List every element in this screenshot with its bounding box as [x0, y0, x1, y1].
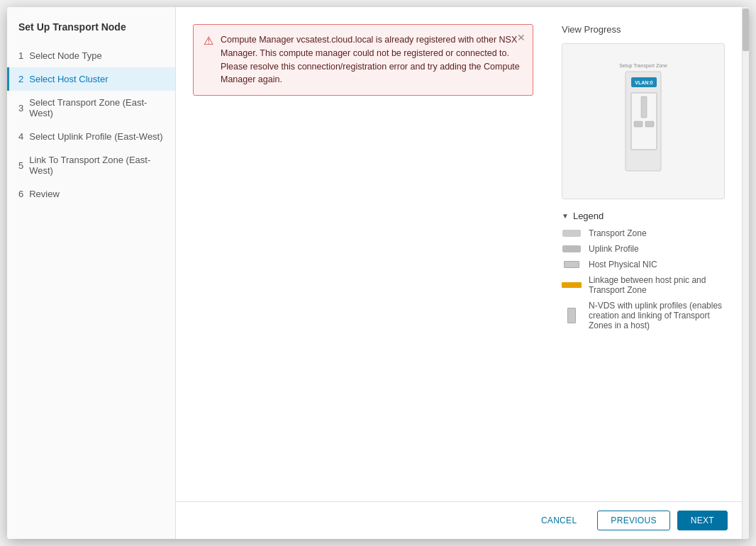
- step-number-4: 4: [18, 131, 23, 142]
- error-banner: ⚠ Compute Manager vcsatest.cloud.local i…: [193, 24, 533, 96]
- legend-item-linkage: Linkage between host pnic and Transport …: [562, 275, 725, 295]
- nvds-icon: [562, 308, 582, 323]
- modal: Set Up Transport Node 1 Select Node Type…: [7, 7, 749, 539]
- scrollbar[interactable]: [742, 7, 749, 539]
- step-list: 1 Select Node Type 2 Select Host Cluster…: [7, 44, 175, 206]
- legend-label-uplink-profile: Uplink Profile: [589, 244, 639, 254]
- main-content: ⚠ Compute Manager vcsatest.cloud.local i…: [176, 7, 742, 539]
- next-button[interactable]: NEXT: [677, 511, 728, 530]
- legend-label-linkage: Linkage between host pnic and Transport …: [589, 275, 725, 295]
- step-number-3: 3: [18, 103, 23, 113]
- step-label-3: Select Transport Zone (East-West): [29, 97, 164, 118]
- step-label-1: Select Node Type: [29, 50, 101, 61]
- step-number-6: 6: [18, 189, 23, 199]
- diagram-inner: Setup Transport Zone VLAN:0: [562, 44, 724, 199]
- step-label-4: Select Uplink Profile (East-West): [29, 131, 162, 142]
- progress-diagram: Setup Transport Zone VLAN:0: [562, 43, 725, 199]
- step-item-6[interactable]: 6 Review: [7, 182, 175, 206]
- step-label-6: Review: [29, 189, 60, 199]
- host-nic-icon: [562, 261, 582, 268]
- right-panel: View Progress Setup Transport Zone: [562, 24, 725, 484]
- step-label-2: Select Host Cluster: [29, 74, 108, 84]
- svg-rect-5: [634, 121, 643, 127]
- legend-label-host-nic: Host Physical NIC: [589, 260, 657, 269]
- transport-zone-icon: [562, 230, 582, 237]
- content-area: ⚠ Compute Manager vcsatest.cloud.local i…: [176, 7, 742, 501]
- svg-rect-7: [641, 96, 647, 118]
- legend-toggle[interactable]: ▼ Legend: [562, 211, 725, 221]
- step-item-2[interactable]: 2 Select Host Cluster: [7, 67, 175, 91]
- cancel-button[interactable]: CANCEL: [528, 511, 590, 530]
- step-item-1[interactable]: 1 Select Node Type: [7, 44, 175, 67]
- previous-button[interactable]: PREVIOUS: [597, 511, 669, 530]
- step-number-1: 1: [18, 50, 23, 61]
- legend-item-uplink-profile: Uplink Profile: [562, 244, 725, 254]
- chevron-down-icon: ▼: [562, 212, 569, 220]
- step-label-5: Link To Transport Zone (East-West): [29, 155, 164, 176]
- modal-footer: CANCEL PREVIOUS NEXT: [176, 501, 742, 539]
- legend-item-host-nic: Host Physical NIC: [562, 260, 725, 269]
- svg-text:VLAN:0: VLAN:0: [635, 80, 652, 85]
- legend-section: ▼ Legend Transport Zone: [562, 211, 725, 330]
- legend-label-transport-zone: Transport Zone: [589, 228, 647, 238]
- sidebar-title: Set Up Transport Node: [7, 21, 175, 44]
- legend-item-transport-zone: Transport Zone: [562, 228, 725, 238]
- view-progress-title: View Progress: [562, 24, 725, 35]
- step-number-2: 2: [18, 74, 23, 84]
- legend-item-nvds: N-VDS with uplink profiles (enables crea…: [562, 301, 725, 330]
- error-close-button[interactable]: ✕: [517, 32, 526, 43]
- legend-label-nvds: N-VDS with uplink profiles (enables crea…: [589, 301, 725, 330]
- left-panel: ⚠ Compute Manager vcsatest.cloud.local i…: [193, 24, 545, 484]
- step-item-4[interactable]: 4 Select Uplink Profile (East-West): [7, 125, 175, 148]
- step-number-5: 5: [18, 160, 23, 171]
- legend-title: Legend: [573, 211, 604, 221]
- scrollbar-thumb: [743, 9, 749, 51]
- sidebar: Set Up Transport Node 1 Select Node Type…: [7, 7, 176, 539]
- svg-text:Setup Transport Zone: Setup Transport Zone: [619, 63, 667, 69]
- error-icon: ⚠: [204, 34, 213, 48]
- step-item-3[interactable]: 3 Select Transport Zone (East-West): [7, 91, 175, 125]
- legend-list: Transport Zone Uplink Profile: [562, 228, 725, 330]
- error-message: Compute Manager vcsatest.cloud.local is …: [221, 33, 523, 87]
- svg-rect-6: [645, 121, 654, 127]
- uplink-profile-icon: [562, 245, 582, 252]
- diagram-svg: Setup Transport Zone VLAN:0: [611, 57, 675, 185]
- linkage-icon: [562, 282, 582, 288]
- step-item-5[interactable]: 5 Link To Transport Zone (East-West): [7, 148, 175, 182]
